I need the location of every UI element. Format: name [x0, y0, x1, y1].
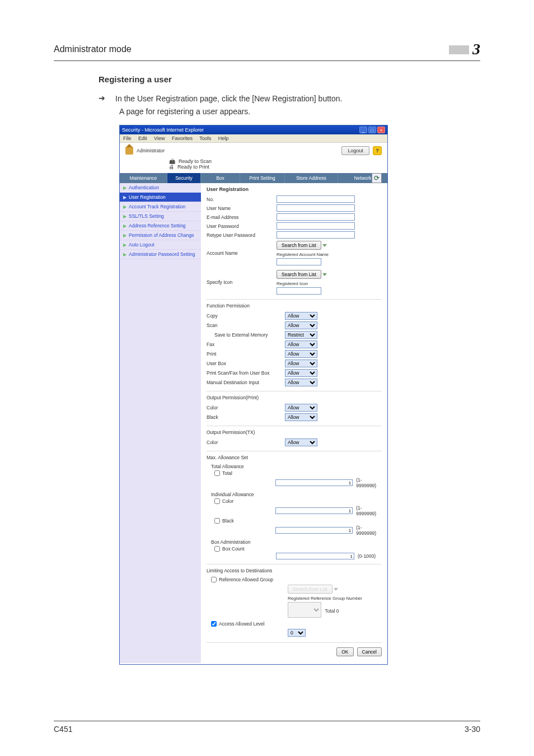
dropdown-arrow-icon: [322, 244, 327, 247]
select-print-color[interactable]: Allow: [285, 404, 317, 412]
ie-menu: File Edit View Favorites Tools Help: [120, 134, 387, 143]
label-indiv-color: Color: [222, 498, 233, 504]
box-admin-label: Box Administration: [211, 539, 382, 545]
label-specify-icon: Specify Icon: [207, 279, 277, 285]
label-access-level: Access Allowed Level: [219, 621, 265, 627]
range-box-count: (0-1000): [358, 553, 376, 559]
role-label: Administrator: [137, 148, 165, 153]
ie-titlebar: Security - Microsoft Internet Explorer _…: [120, 125, 387, 134]
arrow-icon: ➔: [99, 93, 105, 105]
select-copy[interactable]: Allow: [285, 312, 317, 320]
tab-maintenance[interactable]: Maintenance: [120, 173, 167, 183]
select-access-level[interactable]: 0: [288, 629, 306, 637]
range-total: (1-9999999): [356, 477, 382, 488]
print-status-icon: 🖨: [169, 164, 174, 170]
menu-file[interactable]: File: [123, 136, 132, 141]
tab-security[interactable]: Security: [167, 173, 201, 183]
menu-favorites[interactable]: Favorites: [172, 136, 193, 141]
maximize-icon[interactable]: □: [368, 127, 376, 133]
input-username[interactable]: [277, 204, 355, 212]
function-permission-heading: Function Permission: [207, 299, 382, 309]
form-title: User Registration: [207, 186, 382, 192]
section-heading: Registering a user: [99, 74, 480, 84]
check-box-count[interactable]: [214, 546, 220, 552]
select-scan[interactable]: Allow: [285, 321, 317, 329]
menu-view[interactable]: View: [154, 136, 165, 141]
label-tx-color: Color: [207, 440, 285, 445]
input-indiv-color[interactable]: [275, 507, 353, 514]
check-access-level[interactable]: [211, 621, 217, 627]
logout-button[interactable]: Logout: [341, 146, 369, 155]
select-fax[interactable]: Allow: [285, 340, 317, 348]
close-icon[interactable]: ×: [377, 127, 385, 133]
input-retype[interactable]: [277, 231, 355, 239]
label-print-color: Color: [207, 405, 285, 410]
label-email: E-mail Address: [207, 214, 277, 220]
label-username: User Name: [207, 206, 277, 211]
select-userbox[interactable]: Allow: [285, 360, 317, 367]
select-tx-color[interactable]: Allow: [285, 438, 317, 446]
status-scan: Ready to Scan: [179, 158, 212, 164]
help-icon[interactable]: ?: [373, 146, 382, 155]
cancel-button[interactable]: Cancel: [357, 647, 382, 656]
range-indiv-black: (1-9999999): [356, 525, 382, 536]
search-from-list-button[interactable]: Search from List: [277, 241, 321, 250]
input-email[interactable]: [277, 213, 355, 221]
tab-box[interactable]: Box: [201, 173, 240, 183]
input-no[interactable]: [277, 195, 355, 203]
label-total0: Total 0: [325, 608, 339, 614]
select-manualdest[interactable]: Allow: [285, 379, 317, 386]
menu-tools[interactable]: Tools: [199, 136, 211, 141]
label-indiv-black: Black: [222, 518, 234, 524]
max-allow-heading: Max. Allowance Set: [207, 451, 382, 460]
sidebar-item-authentication[interactable]: ▶Authentication: [120, 183, 201, 193]
check-indiv-black[interactable]: [214, 518, 220, 524]
input-registered-account[interactable]: [277, 258, 321, 265]
range-indiv-color: (1-9999999): [356, 505, 382, 516]
sidebar-item-address-reference[interactable]: ▶Address Reference Setting: [120, 221, 201, 231]
select-save-ext[interactable]: Restrict: [285, 331, 317, 339]
home-icon[interactable]: [125, 147, 133, 155]
tab-print-setting[interactable]: Print Setting: [240, 173, 285, 183]
label-scan: Scan: [207, 323, 285, 328]
label-fax: Fax: [207, 342, 285, 347]
search-icon-button[interactable]: Search from List: [277, 270, 321, 279]
footer-page: 3-30: [465, 725, 480, 734]
tab-store-address[interactable]: Store Address: [285, 173, 338, 183]
dropdown-arrow-icon-2: [322, 273, 327, 276]
input-indiv-black[interactable]: [275, 527, 353, 534]
sidebar-item-auto-logout[interactable]: ▶Auto Logout: [120, 240, 201, 250]
select-print-black[interactable]: Allow: [285, 413, 317, 421]
label-no: No.: [207, 197, 277, 202]
sidebar-item-permission-address[interactable]: ▶Permission of Address Change: [120, 231, 201, 240]
total-allow-label: Total Allowance: [211, 464, 382, 469]
input-registered-icon[interactable]: [277, 287, 321, 295]
label-print-perm: Print: [207, 351, 285, 357]
sidebar-item-ssl[interactable]: ▶SSL/TLS Setting: [120, 212, 201, 221]
select-printscanfax[interactable]: Allow: [285, 369, 317, 377]
label-account-name: Account Name: [207, 250, 277, 256]
label-print-black: Black: [207, 414, 285, 420]
refresh-icon[interactable]: ⟳: [372, 173, 382, 183]
menu-edit[interactable]: Edit: [138, 136, 147, 141]
sidebar-item-account-track[interactable]: ▶Account Track Registration: [120, 202, 201, 212]
ok-button[interactable]: OK: [336, 647, 353, 656]
menu-help[interactable]: Help: [218, 136, 229, 141]
check-indiv-color[interactable]: [214, 498, 220, 504]
step-note: A page for registering a user appears.: [119, 107, 480, 116]
minimize-icon[interactable]: _: [359, 127, 367, 133]
check-total[interactable]: [214, 470, 220, 476]
select-print[interactable]: Allow: [285, 350, 317, 358]
label-password: User Password: [207, 223, 277, 229]
sidebar-item-admin-password[interactable]: ▶Administrator Password Setting: [120, 250, 201, 259]
check-ref-group[interactable]: [211, 577, 217, 582]
input-total[interactable]: [275, 479, 353, 486]
input-password[interactable]: [277, 222, 355, 230]
input-box-count[interactable]: [276, 553, 354, 559]
sidebar-item-user-registration[interactable]: ▶User Registration: [120, 193, 201, 202]
footer-model: C451: [54, 725, 72, 734]
label-registered-icon: Registered Icon: [277, 281, 327, 286]
scan-status-icon: 📠: [169, 158, 175, 164]
label-printscanfax: Print Scan/Fax from User Box: [207, 370, 285, 376]
label-manualdest: Manual Destination Input: [207, 380, 285, 385]
